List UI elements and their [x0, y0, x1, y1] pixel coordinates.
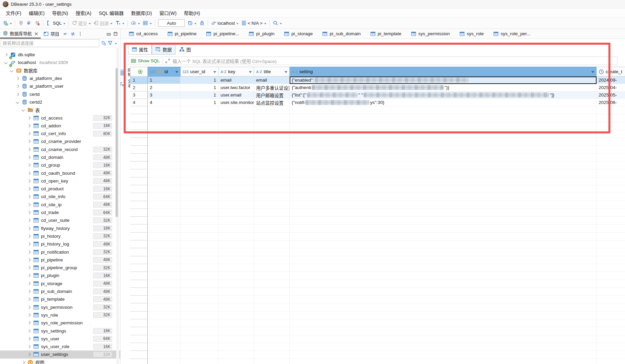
- tree-item-cd_site_ip[interactable]: cd_site_ip 48K: [0, 201, 120, 209]
- tree-item-pi_sub_domain[interactable]: pi_sub_domain 48K: [0, 287, 120, 295]
- chevron-right-icon[interactable]: [27, 179, 31, 183]
- chevron-right-icon[interactable]: [27, 353, 31, 356]
- row-number[interactable]: 2: [130, 84, 148, 91]
- chevron-right-icon[interactable]: [27, 132, 31, 135]
- grid-row-4[interactable]: 4 4 1 user.site.monitor 站点监控设置 {"notifiy…: [130, 99, 625, 106]
- tree-item-pi_plugin[interactable]: pi_plugin 16K: [0, 272, 120, 279]
- reconnect-button[interactable]: [25, 19, 33, 27]
- cell-create-time[interactable]: 2025-06-: [597, 99, 625, 106]
- chevron-right-icon[interactable]: [27, 258, 31, 261]
- chevron-right-icon[interactable]: [27, 124, 31, 127]
- chevron-right-icon[interactable]: [16, 77, 19, 80]
- menu-item-0[interactable]: 文件(F): [2, 8, 25, 17]
- chevron-down-icon[interactable]: [4, 61, 8, 64]
- tree-item-sys_user_role[interactable]: sys_user_role 16K: [0, 343, 120, 350]
- tree-item-表[interactable]: 表: [0, 106, 120, 114]
- editor-tab-pi_pipeline...[interactable]: pi_pipeline...: [203, 30, 244, 38]
- result-tab-属性[interactable]: 属性: [128, 44, 152, 55]
- tree-item-cd_user_suite[interactable]: cd_user_suite 32K: [0, 216, 120, 224]
- lock-button[interactable]: [198, 19, 206, 27]
- cell-create-time[interactable]: 2025-05-: [597, 91, 625, 99]
- menu-item-5[interactable]: 数据库(D): [127, 8, 155, 17]
- editor-tab-sys_role_per...[interactable]: sys_role_per...: [490, 30, 535, 38]
- cell-setting[interactable]: {"notifiys":30}: [290, 99, 597, 106]
- tree-item-db.sqlite[interactable]: db.sqlite: [0, 51, 120, 59]
- chevron-right-icon[interactable]: [27, 219, 31, 222]
- column-filter-icon[interactable]: [213, 71, 216, 74]
- scrollbar-thumb[interactable]: [116, 68, 118, 217]
- menu-item-1[interactable]: 编辑(E): [25, 8, 48, 17]
- chevron-right-icon[interactable]: [27, 148, 31, 151]
- tree-item-sys_permission[interactable]: sys_permission 32K: [0, 303, 120, 311]
- cell-title[interactable]: 用户邮箱设置: [254, 91, 290, 99]
- tree-item-cd_cname_provider[interactable]: cd_cname_provider: [0, 137, 120, 145]
- chevron-right-icon[interactable]: [27, 203, 31, 206]
- editor-tab-cd_access[interactable]: cd_access: [125, 30, 163, 38]
- column-header-key[interactable]: A·Z key: [218, 67, 254, 77]
- column-header-create[interactable]: create_t: [597, 67, 625, 77]
- new-connection-button[interactable]: [1, 19, 13, 27]
- tree-item-sys_settings[interactable]: sys_settings 16K: [0, 327, 120, 335]
- search-button[interactable]: [271, 19, 283, 27]
- cell-user-id[interactable]: 1: [181, 77, 218, 84]
- connection-selector[interactable]: localhost: [210, 19, 240, 27]
- export-button[interactable]: [141, 19, 153, 27]
- cell-setting[interactable]: {"list":["" ""]}: [290, 91, 597, 99]
- tree-item-user_settings[interactable]: user_settings 32K: [0, 350, 120, 358]
- chevron-right-icon[interactable]: [27, 242, 31, 246]
- cell-key[interactable]: user.two.factor: [218, 84, 254, 91]
- tree-item-sys_role_permission[interactable]: sys_role_permission: [0, 319, 120, 327]
- tree-item-sys_user[interactable]: sys_user 64K: [0, 335, 120, 343]
- tree-item-cd_product[interactable]: cd_product 16K: [0, 185, 120, 193]
- text-presentation-icon[interactable]: [121, 81, 125, 87]
- chevron-right-icon[interactable]: [27, 187, 31, 191]
- chevron-down-icon[interactable]: [115, 43, 117, 45]
- cell-id[interactable]: 2: [148, 84, 181, 91]
- tree-item-flyway_history[interactable]: flyway_history 16K: [0, 224, 120, 232]
- cell-title[interactable]: 站点监控设置: [254, 99, 290, 106]
- tab-database-navigator[interactable]: 数据库导航: [0, 29, 41, 39]
- transaction-mode-button[interactable]: [114, 19, 126, 27]
- tree-item-ai_platform_dex[interactable]: ai_platform_dex: [0, 74, 120, 82]
- tree-item-cd_open_key[interactable]: cd_open_key 48K: [0, 177, 120, 185]
- chevron-right-icon[interactable]: [27, 274, 31, 277]
- row-number[interactable]: 4: [130, 99, 148, 106]
- chevron-right-icon[interactable]: [16, 85, 19, 88]
- chevron-right-icon[interactable]: [27, 337, 31, 340]
- sql-editor-button[interactable]: SQL: [45, 19, 67, 27]
- link-editor-button[interactable]: [70, 31, 76, 37]
- cell-id[interactable]: 4: [148, 99, 181, 106]
- tree-item-cd_cert_info[interactable]: cd_cert_info 80K: [0, 130, 120, 137]
- tree-item-数据库[interactable]: 数据库: [0, 67, 120, 74]
- view-menu-button[interactable]: [78, 31, 83, 37]
- grid-presentation-icon[interactable]: [121, 69, 125, 76]
- disconnect-button[interactable]: [33, 19, 41, 27]
- chevron-right-icon[interactable]: [27, 227, 31, 230]
- chevron-right-icon[interactable]: [27, 250, 31, 254]
- chevron-right-icon[interactable]: [27, 156, 31, 159]
- tree-item-cd_access[interactable]: cd_access 32K: [0, 114, 120, 122]
- tree-item-pi_notification[interactable]: pi_notification 32K: [0, 248, 120, 256]
- chevron-right-icon[interactable]: [27, 116, 31, 120]
- row-number[interactable]: 3: [130, 91, 148, 99]
- sidebar-scrollbar[interactable]: [116, 48, 119, 364]
- chevron-right-icon[interactable]: [27, 305, 31, 309]
- result-tab-数据[interactable]: 数据: [152, 44, 175, 55]
- cell-title[interactable]: 用户多重认证设置: [254, 84, 290, 91]
- cell-user-id[interactable]: 1: [181, 91, 218, 99]
- commit-button[interactable]: 提交: [70, 19, 92, 27]
- close-icon[interactable]: [34, 31, 38, 36]
- chevron-right-icon[interactable]: [27, 164, 31, 167]
- tree-item-pi_template[interactable]: pi_template 48K: [0, 295, 120, 303]
- chevron-right-icon[interactable]: [27, 290, 31, 293]
- editor-tab-pi_storage[interactable]: pi_storage: [280, 30, 317, 38]
- refresh-schedule-button[interactable]: [186, 19, 198, 27]
- chevron-right-icon[interactable]: [27, 298, 31, 301]
- cell-key[interactable]: user.email: [218, 91, 254, 99]
- column-filter-icon[interactable]: [249, 71, 252, 74]
- cell-id[interactable]: 1: [148, 77, 181, 84]
- editor-tab-pi_template[interactable]: pi_template: [367, 30, 406, 38]
- tree-item-cd_cname_record[interactable]: cd_cname_record 32K: [0, 146, 120, 153]
- chevron-right-icon[interactable]: [27, 345, 31, 348]
- menu-item-6[interactable]: 窗口(W): [156, 8, 181, 17]
